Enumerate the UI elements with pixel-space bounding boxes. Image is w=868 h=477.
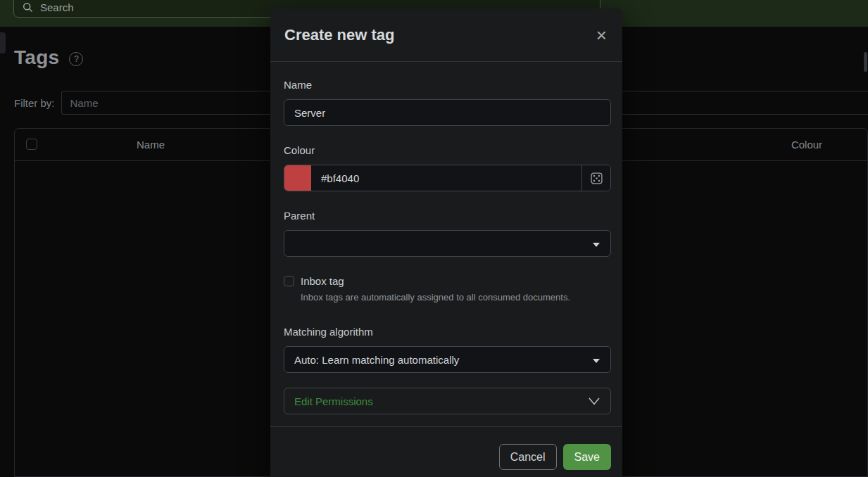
create-tag-modal: Create new tag × Name Colour: [270, 8, 622, 477]
select-all-checkbox[interactable]: [26, 139, 37, 150]
vertical-scrollbar[interactable]: [864, 52, 867, 72]
column-header-name[interactable]: Name: [137, 139, 165, 151]
caret-down-icon: [593, 243, 600, 247]
colour-swatch[interactable]: [284, 165, 311, 191]
inbox-tag-label: Inbox tag: [301, 275, 344, 287]
colour-label: Colour: [284, 144, 611, 157]
edit-permissions-accordion[interactable]: Edit Permissions: [284, 388, 611, 414]
parent-label: Parent: [284, 210, 611, 222]
inbox-tag-hint: Inbox tags are automatically assigned to…: [301, 292, 611, 303]
spacer: [284, 414, 611, 426]
matching-field-group: Matching algorithm Auto: Learn matching …: [284, 326, 611, 373]
name-label: Name: [284, 79, 611, 91]
colour-field-group: Colour: [284, 144, 611, 191]
random-colour-button[interactable]: [581, 165, 610, 191]
dice-icon: [591, 172, 603, 184]
colour-hex-input[interactable]: [311, 165, 581, 191]
page-title: Tags: [14, 46, 59, 69]
help-icon[interactable]: ?: [69, 52, 83, 66]
matching-algorithm-label: Matching algorithm: [284, 326, 611, 338]
search-icon: [23, 2, 33, 13]
caret-down-icon: [593, 359, 600, 363]
modal-body: Name Colour: [270, 62, 622, 426]
modal-header: Create new tag ×: [270, 8, 622, 62]
offscreen-panel-edge: [0, 32, 6, 53]
chevron-down-icon: [588, 397, 600, 406]
tag-name-input[interactable]: [284, 99, 611, 126]
modal-footer: Cancel Save: [270, 426, 622, 477]
parent-field-group: Parent: [284, 210, 611, 257]
inbox-tag-group: Inbox tag Inbox tags are automatically a…: [284, 275, 611, 303]
colour-input-group: [284, 165, 611, 191]
column-header-colour[interactable]: Colour: [791, 139, 822, 151]
modal-title: Create new tag: [284, 26, 395, 44]
page-title-row: Tags ?: [14, 46, 83, 69]
filter-by-label: Filter by:: [14, 97, 55, 109]
cancel-button[interactable]: Cancel: [499, 444, 557, 470]
inbox-tag-row[interactable]: Inbox tag: [284, 275, 611, 287]
name-field-group: Name: [284, 79, 611, 126]
parent-select[interactable]: [284, 230, 611, 257]
matching-algorithm-select[interactable]: Auto: Learn matching automatically: [284, 346, 611, 373]
close-icon[interactable]: ×: [595, 26, 608, 44]
matching-algorithm-value: Auto: Learn matching automatically: [294, 354, 459, 366]
save-button[interactable]: Save: [563, 444, 611, 470]
edit-permissions-label: Edit Permissions: [294, 395, 373, 407]
inbox-tag-checkbox[interactable]: [284, 276, 294, 286]
